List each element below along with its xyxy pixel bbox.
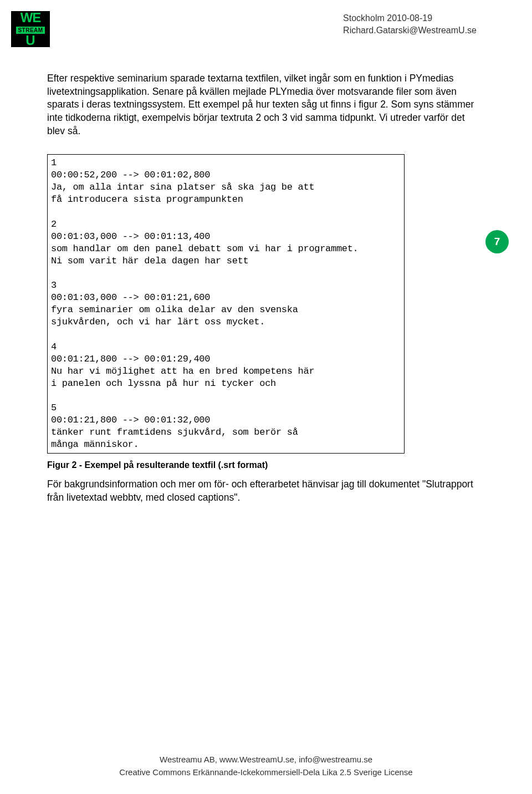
footer: Westreamu AB, www.WestreamU.se, info@wes… <box>0 754 532 778</box>
srt-code-block: 1 00:00:52,200 --> 00:01:02,800 Ja, om a… <box>47 154 405 454</box>
footer-line2: Creative Commons Erkännande-Ickekommersi… <box>0 766 532 779</box>
paragraph-follow: För bakgrundsinformation och mer om för-… <box>47 478 482 504</box>
main-content: Efter respektive seminarium sparade text… <box>47 72 482 505</box>
header-meta: Stockholm 2010-08-19 Richard.Gatarski@We… <box>343 12 477 37</box>
header-date-location: Stockholm 2010-08-19 <box>343 12 477 24</box>
logo-text-we: WE <box>21 10 41 26</box>
logo-text-u: U <box>25 33 35 48</box>
logo-background: WE STREAM U <box>11 11 50 47</box>
figure-caption: Figur 2 - Exempel på resulterande textfi… <box>47 460 482 470</box>
header-email: Richard.Gatarski@WestreamU.se <box>343 24 477 37</box>
logo: WE STREAM U <box>11 11 50 47</box>
footer-line1: Westreamu AB, www.WestreamU.se, info@wes… <box>0 754 532 766</box>
page-number-badge: 7 <box>485 230 509 253</box>
paragraph-intro: Efter respektive seminarium sparade text… <box>47 72 482 138</box>
